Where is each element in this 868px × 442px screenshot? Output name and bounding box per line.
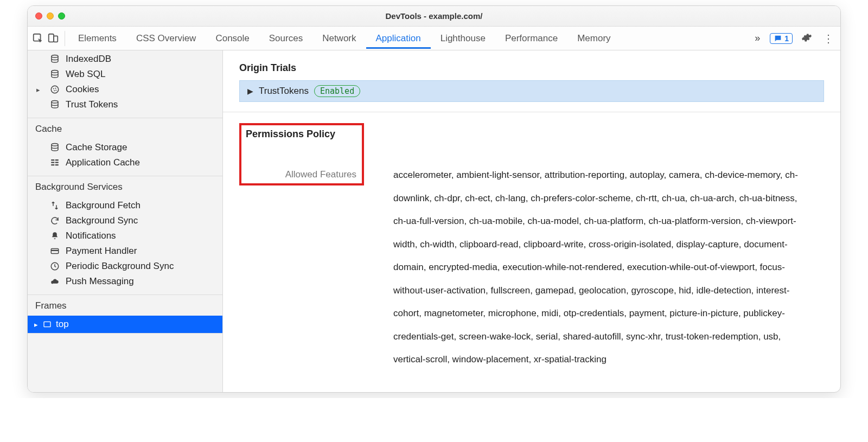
minimize-button[interactable] xyxy=(47,12,54,20)
maximize-button[interactable] xyxy=(58,12,65,20)
sidebar-item-trust-tokens[interactable]: Trust Tokens xyxy=(28,97,222,112)
disclosure-triangle-icon[interactable]: ▶ xyxy=(247,87,253,95)
svg-rect-21 xyxy=(44,322,50,326)
group-header-frames: Frames xyxy=(28,295,222,316)
inspect-element-icon[interactable] xyxy=(32,33,44,44)
db-icon xyxy=(49,54,60,64)
card-icon xyxy=(49,246,60,256)
cookie-icon xyxy=(49,85,60,94)
kebab-menu-icon[interactable]: ⋮ xyxy=(821,33,836,44)
traffic-lights xyxy=(35,12,65,20)
sidebar-item-label: Periodic Background Sync xyxy=(66,261,174,272)
sidebar-item-label: Background Fetch xyxy=(66,200,141,211)
trial-name: TrustTokens xyxy=(259,86,309,97)
svg-point-10 xyxy=(52,101,58,104)
origin-trials-section: Origin Trials ▶ TrustTokens Enabled xyxy=(223,50,840,112)
group-header-bgservices: Background Services xyxy=(28,176,222,197)
svg-rect-12 xyxy=(51,159,54,161)
db-icon xyxy=(49,100,60,110)
tab-application[interactable]: Application xyxy=(366,28,431,49)
svg-point-9 xyxy=(55,90,56,91)
sidebar-group-cache: Cache Cache StorageApplication Cache xyxy=(28,118,222,176)
grid-icon xyxy=(49,158,60,168)
svg-point-7 xyxy=(55,88,56,89)
main-panel: Origin Trials ▶ TrustTokens Enabled Perm… xyxy=(223,50,840,392)
svg-rect-13 xyxy=(55,159,59,161)
sidebar-item-label: Payment Handler xyxy=(66,246,137,257)
sidebar-item-label: Trust Tokens xyxy=(66,99,118,110)
sidebar-item-periodic-background-sync[interactable]: Periodic Background Sync xyxy=(28,259,222,274)
trial-status-pill: Enabled xyxy=(314,85,360,97)
cloud-icon xyxy=(49,277,60,286)
sidebar-item-label: IndexedDB xyxy=(66,54,111,65)
tab-lighthouse[interactable]: Lighthouse xyxy=(431,28,495,49)
db-icon xyxy=(49,69,60,79)
svg-rect-19 xyxy=(51,250,59,251)
sidebar-group-background-services: Background Services Background FetchBack… xyxy=(28,176,222,295)
sidebar-item-label: Cookies xyxy=(66,84,99,95)
sidebar-item-application-cache[interactable]: Application Cache xyxy=(28,155,222,170)
svg-rect-1 xyxy=(49,34,54,42)
sidebar-item-label: Cache Storage xyxy=(66,142,127,153)
svg-point-5 xyxy=(51,86,59,93)
sidebar-item-payment-handler[interactable]: Payment Handler xyxy=(28,244,222,259)
origin-trial-row[interactable]: ▶ TrustTokens Enabled xyxy=(239,80,824,102)
svg-rect-17 xyxy=(55,164,59,165)
messages-badge[interactable]: 1 xyxy=(770,33,793,44)
sidebar-item-cache-storage[interactable]: Cache Storage xyxy=(28,140,222,155)
svg-rect-14 xyxy=(51,162,54,163)
frames-top-item[interactable]: top xyxy=(28,316,222,333)
device-toggle-icon[interactable] xyxy=(47,33,59,44)
allowed-features-value: accelerometer, ambient-light-sensor, att… xyxy=(377,164,824,371)
origin-trials-heading: Origin Trials xyxy=(223,50,840,80)
tab-sources[interactable]: Sources xyxy=(259,28,312,49)
svg-point-4 xyxy=(52,71,58,73)
permissions-policy-section: Permissions Policy Allowed Features acce… xyxy=(223,112,840,377)
tab-elements[interactable]: Elements xyxy=(68,28,126,49)
svg-point-3 xyxy=(52,55,58,58)
sidebar-item-push-messaging[interactable]: Push Messaging xyxy=(28,274,222,289)
application-sidebar: IndexedDBWeb SQLCookiesTrust Tokens Cach… xyxy=(28,50,223,392)
svg-rect-2 xyxy=(54,36,58,42)
svg-rect-15 xyxy=(55,162,59,163)
devtools-window: DevTools - example.com/ ElementsCSS Over… xyxy=(27,5,841,393)
tab-performance[interactable]: Performance xyxy=(495,28,567,49)
tab-memory[interactable]: Memory xyxy=(567,28,620,49)
permissions-policy-heading: Permissions Policy xyxy=(246,129,353,140)
sidebar-item-label: Web SQL xyxy=(66,69,105,80)
allowed-features-label: Allowed Features xyxy=(285,169,356,180)
svg-rect-16 xyxy=(51,164,54,165)
svg-point-6 xyxy=(53,88,54,89)
close-button[interactable] xyxy=(35,12,42,20)
settings-icon[interactable] xyxy=(799,32,814,45)
sidebar-item-label: Notifications xyxy=(66,230,116,241)
sidebar-item-label: Application Cache xyxy=(66,157,140,168)
svg-point-11 xyxy=(52,144,58,146)
sidebar-item-indexeddb[interactable]: IndexedDB xyxy=(28,52,222,67)
sync-icon xyxy=(49,216,60,226)
sidebar-item-background-fetch[interactable]: Background Fetch xyxy=(28,198,222,213)
more-tabs-icon[interactable]: » xyxy=(751,33,763,44)
group-header-cache: Cache xyxy=(28,118,222,139)
tabstrip: ElementsCSS OverviewConsoleSourcesNetwor… xyxy=(28,27,840,50)
window-title: DevTools - example.com/ xyxy=(28,11,840,21)
permissions-policy-highlight: Permissions Policy Allowed Features xyxy=(239,123,364,185)
messages-count: 1 xyxy=(784,34,789,43)
frames-top-label: top xyxy=(56,319,69,330)
sidebar-item-label: Push Messaging xyxy=(66,276,134,287)
clock-icon xyxy=(49,261,60,271)
sidebar-item-background-sync[interactable]: Background Sync xyxy=(28,213,222,228)
tab-css-overview[interactable]: CSS Overview xyxy=(126,28,206,49)
sidebar-item-label: Background Sync xyxy=(66,215,138,226)
svg-point-8 xyxy=(54,90,55,91)
tab-console[interactable]: Console xyxy=(206,28,259,49)
db-icon xyxy=(49,143,60,152)
tab-network[interactable]: Network xyxy=(312,28,366,49)
sidebar-group-storage: IndexedDBWeb SQLCookiesTrust Tokens xyxy=(28,50,222,118)
titlebar: DevTools - example.com/ xyxy=(28,6,840,27)
sidebar-group-frames: Frames top xyxy=(28,295,222,334)
arrows-icon xyxy=(49,201,60,210)
sidebar-item-notifications[interactable]: Notifications xyxy=(28,228,222,244)
sidebar-item-web-sql[interactable]: Web SQL xyxy=(28,67,222,82)
sidebar-item-cookies[interactable]: Cookies xyxy=(28,82,222,97)
